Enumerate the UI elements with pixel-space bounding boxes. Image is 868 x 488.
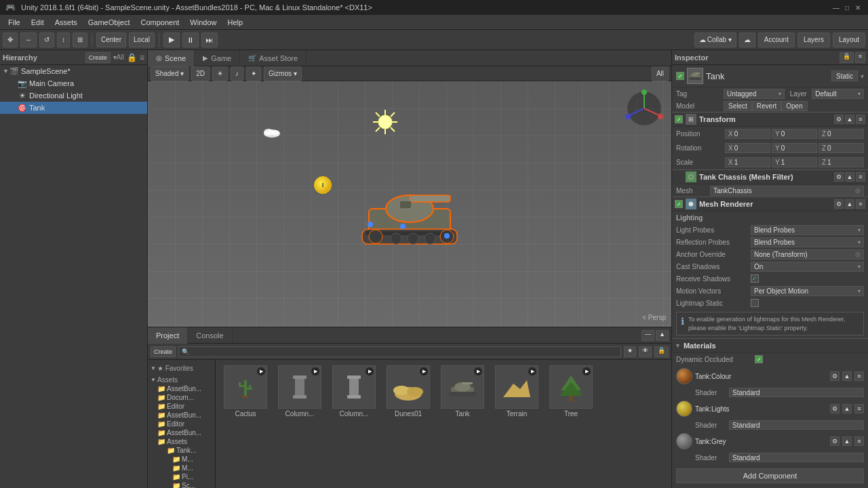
static-dropdown-icon[interactable]: ▾ xyxy=(861,73,864,80)
scale-x-field[interactable]: X1 xyxy=(725,157,770,167)
transform-settings-btn[interactable]: ⚙ xyxy=(834,115,844,124)
mat1-expand-btn[interactable]: ▲ xyxy=(842,371,852,381)
star-btn[interactable]: ★ xyxy=(624,346,636,357)
mat3-settings-btn[interactable]: ⚙ xyxy=(830,436,840,446)
pos-y-field[interactable]: Y0 xyxy=(772,129,817,139)
asset-terrain[interactable]: ▶ Terrain xyxy=(492,365,541,418)
tab-scene[interactable]: ◎ Scene xyxy=(148,50,195,66)
2d-toggle[interactable]: 2D xyxy=(191,66,210,81)
account-button[interactable]: Account xyxy=(758,33,795,47)
collab-button[interactable]: ☁ Collab ▾ xyxy=(694,33,736,47)
bottom-minimize-btn[interactable]: — xyxy=(642,330,654,341)
inspector-menu-btn[interactable]: ≡ xyxy=(855,52,865,63)
step-button[interactable]: ⏭ xyxy=(201,33,218,47)
open-button[interactable]: Open xyxy=(781,101,807,111)
search-box[interactable]: 🔍 xyxy=(178,346,621,357)
mat2-shader-value[interactable]: Standard xyxy=(729,420,864,430)
add-component-button[interactable]: Add Component xyxy=(676,468,864,483)
gizmos-dropdown[interactable]: Gizmos ▾ xyxy=(264,66,302,81)
meshrenderer-settings-btn[interactable]: ⚙ xyxy=(834,199,844,209)
rot-z-field[interactable]: Z0 xyxy=(818,143,864,153)
meshfilter-settings-btn[interactable]: ⚙ xyxy=(834,172,844,182)
mat2-menu-btn[interactable]: ≡ xyxy=(854,404,864,413)
editor2-item[interactable]: 📁 Editor xyxy=(156,420,212,428)
column1-play[interactable]: ▶ xyxy=(311,367,319,375)
sc-item[interactable]: 📁 Sc... xyxy=(156,481,212,488)
mat1-shader-value[interactable]: Standard xyxy=(729,388,864,397)
menu-edit[interactable]: Edit xyxy=(26,18,50,26)
pos-z-field[interactable]: Z0 xyxy=(818,129,864,139)
cloud-button[interactable]: ☁ xyxy=(739,33,755,47)
transform-menu-btn[interactable]: ≡ xyxy=(856,115,865,124)
anchor-override-value[interactable]: None (Transform) ◎ xyxy=(751,249,864,260)
shaded-dropdown[interactable]: Shaded ▾ xyxy=(151,66,189,81)
layer-dropdown[interactable]: Default ▾ xyxy=(812,89,864,99)
pause-button[interactable]: ⏸ xyxy=(182,33,199,47)
meshfilter-header[interactable]: ✓ ⬡ Tank Chassis (Mesh Filter) ⚙ ▲ ≡ xyxy=(672,169,868,184)
meshfilter-menu-btn[interactable]: ≡ xyxy=(856,172,865,182)
mat1-settings-btn[interactable]: ⚙ xyxy=(830,371,840,381)
eye-btn[interactable]: 👁 xyxy=(639,346,652,357)
pi-item[interactable]: 📁 Pi... xyxy=(156,472,212,481)
asset-cactus[interactable]: ▶ Cactus xyxy=(221,365,270,418)
mat3-menu-btn[interactable]: ≡ xyxy=(854,436,864,446)
m1-item[interactable]: 📁 M... xyxy=(156,455,212,464)
meshfilter-expand-btn[interactable]: ▲ xyxy=(845,172,854,182)
hierarchy-item-samplescene[interactable]: ▼ 🎬 SampleScene* xyxy=(0,65,147,77)
menu-gameobject[interactable]: GameObject xyxy=(83,18,136,26)
hierarchy-item-maincamera[interactable]: 📷 Main Camera xyxy=(0,77,147,89)
favorites-group-title[interactable]: ▼ ★ Favorites xyxy=(151,364,212,373)
documents-item[interactable]: 📁 Docum... xyxy=(156,393,212,402)
transform-enabled[interactable]: ✓ xyxy=(675,115,683,123)
inspector-lock-btn[interactable]: 🔒 xyxy=(840,52,854,63)
audio-toggle[interactable]: ♪ xyxy=(231,66,243,81)
project-create-btn[interactable]: Create xyxy=(151,346,176,357)
menu-assets[interactable]: Assets xyxy=(50,18,83,26)
tab-asset-store[interactable]: 🛒 Asset Store xyxy=(240,50,307,66)
mat2-expand-btn[interactable]: ▲ xyxy=(842,404,852,413)
mesh-value[interactable]: TankChassis ◎ xyxy=(710,186,864,196)
assetbun2-item[interactable]: 📁 AssetBun... xyxy=(156,411,212,420)
asset-column1[interactable]: ▶ Column... xyxy=(275,365,324,418)
assetbun1-item[interactable]: 📁 AssetBun... xyxy=(156,384,212,393)
revert-button[interactable]: Revert xyxy=(752,101,781,111)
meshrenderer-menu-btn[interactable]: ≡ xyxy=(856,199,865,209)
close-button[interactable]: ✕ xyxy=(853,3,863,12)
move-tool[interactable]: ↔ xyxy=(20,33,37,47)
editor-item[interactable]: 📁 Editor xyxy=(156,402,212,411)
rot-x-field[interactable]: X0 xyxy=(725,143,770,153)
hierarchy-menu-icon[interactable]: ≡ xyxy=(140,53,144,62)
local-button[interactable]: Local xyxy=(129,33,155,47)
receive-shadows-checkbox[interactable]: ✓ xyxy=(751,274,759,283)
mat3-shader-value[interactable]: Standard xyxy=(729,453,864,462)
menu-help[interactable]: Help xyxy=(222,18,248,26)
reflection-probes-value[interactable]: Blend Probes ▾ xyxy=(751,237,864,247)
asset-column2[interactable]: ▶ Column... xyxy=(330,365,378,418)
hand-tool[interactable]: ✥ xyxy=(3,33,18,47)
all-dropdown[interactable]: All xyxy=(652,66,669,81)
pos-x-field[interactable]: X0 xyxy=(725,129,770,139)
menu-file[interactable]: File xyxy=(3,18,26,26)
transform-expand-btn[interactable]: ▲ xyxy=(845,115,854,124)
scale-y-field[interactable]: Y1 xyxy=(772,157,817,167)
minimize-button[interactable]: — xyxy=(831,3,841,12)
layers-button[interactable]: Layers xyxy=(797,33,830,47)
hierarchy-item-directionallight[interactable]: ☀ Directional Light xyxy=(0,89,147,102)
tank-play[interactable]: ▶ xyxy=(474,367,482,375)
hierarchy-item-tank[interactable]: 🎯 Tank xyxy=(0,102,147,114)
scale-tool[interactable]: ↕ xyxy=(57,33,70,47)
hierarchy-lock-icon[interactable]: 🔒 xyxy=(127,53,137,62)
mat3-expand-btn[interactable]: ▲ xyxy=(842,436,852,446)
asset-tank[interactable]: ▶ Tank xyxy=(438,365,487,418)
mat1-menu-btn[interactable]: ≡ xyxy=(854,371,864,381)
menu-component[interactable]: Component xyxy=(135,18,184,26)
tab-game[interactable]: ▶ Game xyxy=(195,50,240,66)
mat2-settings-btn[interactable]: ⚙ xyxy=(830,404,840,413)
light-probes-value[interactable]: Blend Probes ▾ xyxy=(751,225,864,235)
rot-y-field[interactable]: Y0 xyxy=(772,143,817,153)
rotate-tool[interactable]: ↺ xyxy=(39,33,54,47)
asset-dunes[interactable]: ▶ Dunes01 xyxy=(384,365,433,418)
assets-group-title[interactable]: ▼ Assets xyxy=(151,375,212,384)
play-button[interactable]: ▶ xyxy=(163,33,180,47)
assetbun3-item[interactable]: 📁 AssetBun... xyxy=(156,428,212,437)
